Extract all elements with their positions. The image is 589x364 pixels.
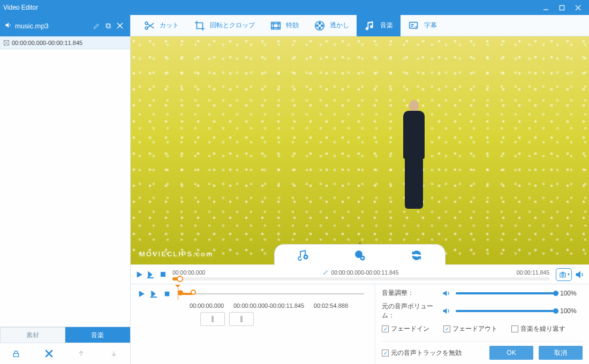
speaker-icon[interactable] (441, 289, 451, 298)
toolbar-music[interactable]: 音楽 (357, 15, 401, 36)
fade-out-checkbox[interactable]: ✓フェードアウト (443, 324, 497, 333)
svg-point-16 (319, 22, 320, 24)
svg-text:T: T (415, 26, 418, 31)
edit-icon[interactable] (90, 20, 102, 32)
music-volume-slider[interactable] (456, 292, 556, 294)
svg-rect-26 (161, 272, 165, 277)
video-frame: MOVIECLIPS.com (131, 36, 589, 264)
toolbar-cut[interactable]: カット (136, 15, 186, 36)
toolbar-effects[interactable]: 特効 (262, 15, 306, 36)
toolbar-subtitles[interactable]: T 字幕 (401, 15, 444, 36)
marker-out-button[interactable] (229, 312, 254, 326)
transport-start-time: 00:00:00.000 (172, 269, 205, 276)
reel-icon (314, 20, 326, 32)
move-down-icon[interactable] (108, 347, 120, 360)
svg-point-17 (316, 25, 318, 26)
main-toolbar: カット 回転とクロップ 特効 透かし 音楽 (131, 15, 589, 36)
snapshot-button[interactable]: ▾ (556, 268, 572, 281)
video-watermark: MOVIECLIPS.com (139, 250, 214, 258)
sidebar-header: music.mp3 (0, 15, 130, 36)
maximize-button[interactable] (554, 2, 570, 13)
title-bar: Video Editor (0, 0, 589, 15)
tab-music[interactable]: 音楽 (65, 327, 131, 343)
tab-material[interactable]: 素材 (0, 327, 65, 343)
transport-slider[interactable] (172, 277, 549, 280)
film-icon (270, 20, 282, 32)
lock-icon[interactable] (10, 347, 22, 360)
original-volume-label: 元の音声ボリューム： (382, 302, 441, 320)
svg-rect-9 (14, 353, 19, 357)
cancel-button[interactable]: 取消 (539, 346, 583, 360)
scissors-icon (144, 20, 155, 32)
crop-icon (194, 20, 206, 32)
speaker-icon[interactable] (441, 307, 451, 315)
mute-original-checkbox[interactable]: ✓元の音声トラックを無効 (382, 348, 462, 358)
subtitle-icon: T (408, 20, 420, 32)
timeline-track[interactable] (178, 289, 364, 299)
svg-rect-25 (147, 277, 153, 278)
svg-rect-4 (107, 24, 110, 28)
remove-icon[interactable] (114, 20, 126, 32)
sidebar: music.mp3 00:00:00.000-00:00:11.845 素材 音… (0, 15, 131, 364)
clip-list-item[interactable]: 00:00:00.000-00:00:11.845 (0, 36, 130, 49)
sidebar-file-name: music.mp3 (15, 22, 90, 30)
original-volume-value: 100% (560, 307, 583, 315)
volume-icon[interactable] (574, 269, 585, 280)
add-music-icon[interactable] (296, 248, 310, 262)
timeline-stop-button[interactable] (162, 289, 172, 299)
window-title: Video Editor (3, 4, 538, 11)
move-up-icon[interactable] (75, 347, 88, 360)
sidebar-tools (0, 343, 130, 364)
play-range-button[interactable] (146, 269, 156, 280)
repeat-checkbox[interactable]: 音楽を繰り返す (511, 324, 565, 333)
ok-button[interactable]: OK (489, 346, 533, 360)
music-volume-row: 音量調整： 100% (382, 289, 583, 298)
svg-point-18 (321, 25, 323, 26)
svg-point-19 (319, 27, 320, 28)
bottom-panel: 00:00:00.000 00:00:00.000-00:00:11.845 0… (131, 284, 589, 364)
svg-point-28 (561, 274, 563, 276)
timeline-panel: 00:00:00.000 00:00:00.000-00:00:11.845 0… (131, 284, 375, 364)
fade-in-checkbox[interactable]: ✓フェードイン (382, 324, 429, 333)
music-volume-value: 100% (560, 290, 583, 297)
main-panel: カット 回転とクロップ 特効 透かし 音楽 (131, 15, 589, 364)
transport-range: 00:00:00.000-00:00:11.845 (323, 269, 398, 276)
timeline-play-range-button[interactable] (149, 289, 160, 299)
transport-end-time: 00:00:11.845 (517, 269, 549, 276)
toolbar-watermark[interactable]: 透かし (306, 15, 357, 36)
svg-rect-29 (150, 297, 156, 298)
timeline-play-button[interactable] (136, 289, 147, 299)
timeline-start: 00:00:00.000 (190, 302, 224, 309)
timeline-total: 00:02:54.888 (314, 302, 348, 309)
delete-icon[interactable] (42, 347, 55, 360)
speaker-icon (4, 21, 12, 31)
floating-music-toolbar (274, 244, 445, 266)
refresh-icon[interactable] (410, 248, 424, 262)
toolbar-rotate-crop[interactable]: 回転とクロップ (186, 15, 262, 36)
minimize-button[interactable] (538, 2, 554, 13)
sidebar-tabs: 素材 音楽 (0, 327, 130, 343)
original-volume-row: 元の音声ボリューム： 100% (382, 302, 583, 320)
stop-button[interactable] (157, 269, 168, 280)
music-settings-panel: 音量調整： 100% 元の音声ボリューム： 100% ✓フェードイン ✓フェード… (375, 284, 589, 364)
play-button[interactable] (134, 269, 145, 280)
clip-range-label: 00:00:00.000-00:00:11.845 (12, 40, 82, 46)
close-button[interactable] (570, 2, 586, 13)
marker-in-button[interactable] (200, 312, 225, 326)
music-volume-label: 音量調整： (382, 289, 441, 298)
video-preview[interactable]: MOVIECLIPS.com (131, 36, 589, 264)
app-window: Video Editor music.mp3 00:00:00.000-00:0… (0, 0, 589, 364)
timeline-range: 00:00:00.000-00:00:11.845 (233, 302, 304, 309)
svg-rect-30 (165, 292, 169, 296)
transport-bar: 00:00:00.000 00:00:00.000-00:00:11.845 0… (131, 264, 589, 284)
music-note-icon (364, 20, 376, 32)
add-effect-icon[interactable] (353, 248, 367, 262)
original-volume-slider[interactable] (456, 310, 556, 312)
copy-icon[interactable] (102, 20, 114, 32)
svg-rect-5 (106, 24, 110, 27)
svg-rect-1 (560, 5, 564, 10)
